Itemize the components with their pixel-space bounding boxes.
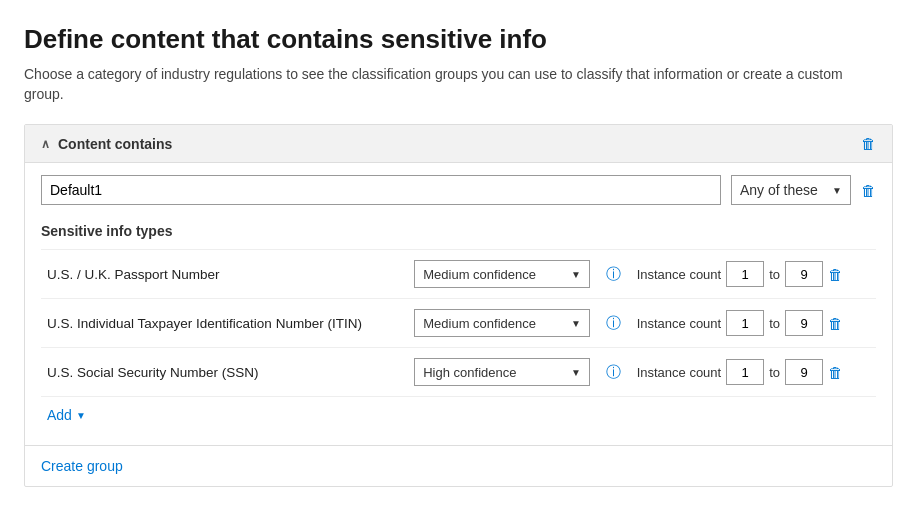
to-label-2: to bbox=[769, 365, 780, 380]
info-icon-cell-1: ⓘ bbox=[596, 299, 631, 348]
confidence-chevron-icon-2: ▼ bbox=[571, 367, 581, 378]
instance-count-group-1: Instance count to 🗑 bbox=[637, 310, 870, 336]
instance-from-input-0[interactable] bbox=[726, 261, 764, 287]
instance-count-label-0: Instance count bbox=[637, 267, 722, 282]
group-name-input[interactable] bbox=[41, 175, 721, 205]
confidence-label-2: High confidence bbox=[423, 365, 516, 380]
delete-row-button-1[interactable]: 🗑 bbox=[828, 315, 843, 332]
confidence-dropdown-1[interactable]: Medium confidence ▼ bbox=[414, 309, 590, 337]
confidence-dropdown-2[interactable]: High confidence ▼ bbox=[414, 358, 590, 386]
page-subtitle: Choose a category of industry regulation… bbox=[24, 65, 884, 104]
info-icon-0[interactable]: ⓘ bbox=[606, 265, 621, 282]
instance-count-label-1: Instance count bbox=[637, 316, 722, 331]
any-of-these-label: Any of these bbox=[740, 182, 818, 198]
to-label-0: to bbox=[769, 267, 780, 282]
create-group-button[interactable]: Create group bbox=[25, 445, 892, 486]
delete-row-button-2[interactable]: 🗑 bbox=[828, 364, 843, 381]
confidence-label-1: Medium confidence bbox=[423, 316, 536, 331]
info-icon-cell-0: ⓘ bbox=[596, 250, 631, 299]
any-of-these-dropdown[interactable]: Any of these ▼ bbox=[731, 175, 851, 205]
page-title: Define content that contains sensitive i… bbox=[24, 24, 893, 55]
collapse-icon[interactable]: ∧ bbox=[41, 137, 50, 151]
table-row: U.S. Social Security Number (SSN) High c… bbox=[41, 348, 876, 397]
info-name-1: U.S. Individual Taxpayer Identification … bbox=[41, 299, 408, 348]
table-row: U.S. / U.K. Passport Number Medium confi… bbox=[41, 250, 876, 299]
chevron-down-icon: ▼ bbox=[832, 185, 842, 196]
content-contains-card: ∧ Content contains 🗑 Any of these ▼ 🗑 Se… bbox=[24, 124, 893, 487]
confidence-cell-1: Medium confidence ▼ bbox=[408, 299, 596, 348]
instance-to-input-1[interactable] bbox=[785, 310, 823, 336]
section-label: Sensitive info types bbox=[41, 219, 876, 239]
sensitive-info-table: U.S. / U.K. Passport Number Medium confi… bbox=[41, 249, 876, 396]
instance-from-input-2[interactable] bbox=[726, 359, 764, 385]
instance-count-label-2: Instance count bbox=[637, 365, 722, 380]
card-header-left: ∧ Content contains bbox=[41, 136, 172, 152]
card-header-label: Content contains bbox=[58, 136, 172, 152]
delete-card-button[interactable]: 🗑 bbox=[861, 135, 876, 152]
confidence-chevron-icon-1: ▼ bbox=[571, 318, 581, 329]
table-row: U.S. Individual Taxpayer Identification … bbox=[41, 299, 876, 348]
instance-cell-2: Instance count to 🗑 bbox=[631, 348, 876, 397]
confidence-dropdown-0[interactable]: Medium confidence ▼ bbox=[414, 260, 590, 288]
card-header: ∧ Content contains 🗑 bbox=[25, 125, 892, 163]
confidence-chevron-icon-0: ▼ bbox=[571, 269, 581, 280]
add-label: Add bbox=[47, 407, 72, 423]
delete-row-button-0[interactable]: 🗑 bbox=[828, 266, 843, 283]
confidence-cell-2: High confidence ▼ bbox=[408, 348, 596, 397]
info-icon-2[interactable]: ⓘ bbox=[606, 363, 621, 380]
group-row: Any of these ▼ 🗑 bbox=[41, 175, 876, 205]
info-name-0: U.S. / U.K. Passport Number bbox=[41, 250, 408, 299]
add-button[interactable]: Add ▼ bbox=[41, 396, 876, 433]
info-name-2: U.S. Social Security Number (SSN) bbox=[41, 348, 408, 397]
confidence-cell-0: Medium confidence ▼ bbox=[408, 250, 596, 299]
instance-to-input-0[interactable] bbox=[785, 261, 823, 287]
instance-from-input-1[interactable] bbox=[726, 310, 764, 336]
instance-count-group-2: Instance count to 🗑 bbox=[637, 359, 870, 385]
card-body: Any of these ▼ 🗑 Sensitive info types U.… bbox=[25, 163, 892, 445]
to-label-1: to bbox=[769, 316, 780, 331]
instance-cell-1: Instance count to 🗑 bbox=[631, 299, 876, 348]
info-icon-cell-2: ⓘ bbox=[596, 348, 631, 397]
confidence-label-0: Medium confidence bbox=[423, 267, 536, 282]
info-icon-1[interactable]: ⓘ bbox=[606, 314, 621, 331]
instance-to-input-2[interactable] bbox=[785, 359, 823, 385]
instance-cell-0: Instance count to 🗑 bbox=[631, 250, 876, 299]
add-chevron-icon: ▼ bbox=[76, 410, 86, 421]
instance-count-group-0: Instance count to 🗑 bbox=[637, 261, 870, 287]
delete-group-button[interactable]: 🗑 bbox=[861, 182, 876, 199]
